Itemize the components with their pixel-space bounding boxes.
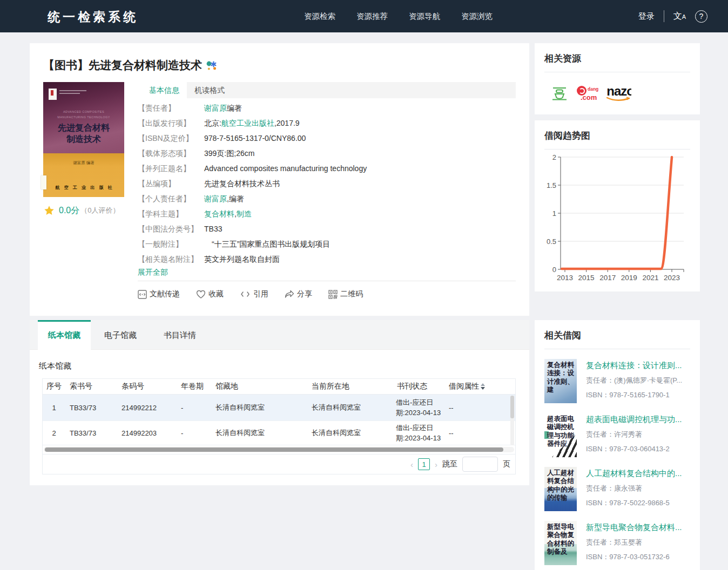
svg-text:2013: 2013 — [557, 274, 573, 282]
action-文献传递[interactable]: 文献传递 — [138, 289, 180, 299]
field-value: 谢富原编著 — [204, 100, 242, 116]
related-book-title[interactable]: 超表面电磁调控机理与功... — [586, 415, 682, 425]
tab-机读格式[interactable]: 机读格式 — [187, 82, 232, 98]
vertical-scrollbar[interactable] — [510, 396, 514, 445]
svg-text:0: 0 — [552, 266, 556, 274]
field-text: 先进复合材料技术丛书 — [204, 179, 280, 188]
table-row: 1TB33/73214992212-长清自科阅览室长清自科阅览室借出-应还日期:… — [43, 395, 515, 421]
field-text: Advanced composites manufacturing techno… — [204, 164, 367, 173]
info-tabs: 基本信息机读格式 — [141, 82, 516, 98]
holdings-card: 纸本馆藏电子馆藏书目详情 纸本馆藏 序号索书号条码号年卷期馆藏地当前所在地书刊状… — [30, 320, 529, 485]
svg-text:0.5: 0.5 — [547, 238, 556, 246]
expand-all-link[interactable]: 展开全部 — [138, 268, 168, 277]
field-link[interactable]: 航空工业出版社 — [221, 119, 274, 127]
related-book-isbn: ISBN：978-7-03-060413-2 — [586, 444, 682, 454]
tab-书目详情[interactable]: 书目详情 — [150, 320, 210, 349]
related-book-title[interactable]: 人工超材料复合结构中的... — [586, 469, 682, 479]
field-row: 【丛编项】先进复合材料技术丛书 — [138, 176, 516, 191]
action-分享[interactable]: 分享 — [285, 289, 312, 299]
related-book-isbn: ISBN：978-7-03-051732-6 — [586, 552, 682, 562]
related-book-item: 人工超材料复合结构中的光的传输人工超材料复合结构中的...责任者：康永强著ISB… — [544, 467, 690, 511]
column-header-借阅属性[interactable]: 借阅属性 — [444, 382, 508, 391]
divider — [138, 281, 516, 281]
field-text: 北京: — [204, 119, 221, 127]
cell: 1 — [43, 404, 65, 412]
field-value: 英文并列题名取自封面 — [204, 252, 280, 267]
field-link[interactable]: 复合材料 — [204, 209, 234, 218]
action-引用[interactable]: 引用 — [240, 289, 268, 299]
svg-text:2: 2 — [552, 154, 556, 161]
next-page-icon[interactable]: › — [435, 460, 437, 469]
cell: 长清自科阅览室 — [211, 403, 307, 412]
field-value: TB33 — [204, 221, 222, 236]
action-二维码[interactable]: 二维码 — [328, 289, 363, 299]
nav-item-4[interactable]: 资源浏览 — [461, 11, 493, 22]
field-text: 英文并列题名取自封面 — [204, 255, 280, 263]
sort-icon[interactable] — [481, 383, 485, 390]
svg-text:2023: 2023 — [664, 274, 680, 282]
trend-chart-title: 借阅趋势图 — [544, 130, 690, 142]
book-thumbnail[interactable]: 人工超材料复合结构中的光的传输 — [544, 467, 577, 511]
field-row: 【载体形态项】399页:图;26cm — [138, 146, 516, 161]
tab-电子馆藏[interactable]: 电子馆藏 — [91, 320, 150, 349]
tab-纸本馆藏[interactable]: 纸本馆藏 — [38, 320, 91, 350]
related-book-item: 超表面电磁调控机理与功能器件应超表面电磁调控机理与功...责任者：许河秀著ISB… — [544, 413, 690, 457]
holdings-tabs: 纸本馆藏电子馆藏书目详情 — [30, 320, 529, 350]
related-book-title[interactable]: 新型导电聚合物复合材料... — [586, 522, 682, 533]
field-label: 【ISBN及定价】 — [138, 131, 204, 146]
field-text: 978-7-5165-1317-0/CNY86.00 — [204, 134, 306, 142]
field-text: 399页:图;26cm — [204, 149, 254, 158]
book-thumbnail[interactable]: 新型导电聚合物复合材料的制备及 — [544, 521, 577, 565]
field-link[interactable]: 制造 — [237, 209, 252, 218]
cell: 214992203 — [117, 429, 177, 437]
field-link[interactable]: 谢富原 — [204, 104, 227, 112]
related-book-item: 复合材料连接：设计准则、建复合材料连接：设计准则...责任者：(澳)佩德罗·卡曼… — [544, 359, 690, 403]
spine-label — [41, 175, 46, 189]
nav-item-2[interactable]: 资源推荐 — [356, 11, 388, 22]
related-book-title[interactable]: 复合材料连接：设计准则... — [586, 361, 682, 371]
dangdang-logo[interactable]: dang .com — [577, 86, 598, 101]
related-book-isbn: ISBN：978-7-5022-9868-5 — [586, 498, 682, 508]
nav-item-1[interactable]: 资源检索 — [304, 11, 335, 22]
book-cover: ADVANCED COMPOSITESMANUFACTURING TECHNOL… — [43, 82, 124, 197]
svg-text:2017: 2017 — [599, 274, 616, 282]
jump-page-input[interactable] — [462, 457, 498, 472]
amazon-logo[interactable]: nazo — [606, 85, 631, 103]
star-icon — [43, 205, 55, 216]
cover-logo — [49, 89, 57, 100]
tab-基本信息[interactable]: 基本信息 — [141, 82, 187, 98]
svg-text:2015: 2015 — [578, 274, 595, 282]
field-label: 【学科主题】 — [138, 206, 204, 221]
field-link[interactable]: 谢富原 — [204, 194, 227, 203]
horizontal-scrollbar[interactable] — [44, 447, 514, 452]
cell: TB33/73 — [65, 429, 117, 437]
field-text: ,编著 — [227, 194, 244, 203]
action-收藏[interactable]: 收藏 — [196, 289, 224, 299]
top-navbar: 统一检索系统 资源检索资源推荐资源导航资源浏览 登录 文A ? — [0, 0, 728, 32]
help-icon[interactable]: ? — [695, 10, 707, 23]
field-row: 【一般附注】 “十三五”国家重点图书出版规划项目 — [138, 236, 516, 252]
current-page[interactable]: 1 — [418, 458, 430, 470]
cell: 214992212 — [117, 404, 177, 412]
cell: - — [177, 404, 211, 412]
svg-text:1: 1 — [552, 209, 556, 218]
book-thumbnail[interactable]: 超表面电磁调控机理与功能器件应 — [544, 413, 577, 457]
field-label: 【个人责任者】 — [138, 191, 204, 206]
login-button[interactable]: 登录 — [638, 11, 655, 22]
book-info: 超表面电磁调控机理与功...责任者：许河秀著ISBN：978-7-03-0604… — [586, 413, 682, 457]
douban-icon[interactable] — [550, 84, 569, 103]
prev-page-icon[interactable]: ‹ — [410, 460, 413, 469]
cell: 借出-应还日期:2023-04-13 — [393, 423, 444, 444]
field-label: 【出版发行项】 — [138, 116, 204, 131]
related-book-author: 责任者：(澳)佩德罗·卡曼霍(P... — [586, 376, 682, 385]
language-icon[interactable]: 文A — [673, 11, 686, 22]
column-header-书刊状态: 书刊状态 — [393, 382, 444, 391]
unit-label: 页 — [503, 459, 510, 469]
page-title: 【图书】先进复合材料制造技术 — [43, 58, 202, 73]
nav-item-3[interactable]: 资源导航 — [409, 11, 440, 22]
flower-icon — [206, 60, 217, 71]
field-label: 【中图法分类号】 — [138, 221, 204, 236]
book-thumbnail[interactable]: 复合材料连接：设计准则、建 — [544, 359, 577, 403]
field-value: 谢富原,编著 — [204, 191, 244, 206]
field-row: 【责任者】谢富原编著 — [138, 100, 516, 116]
